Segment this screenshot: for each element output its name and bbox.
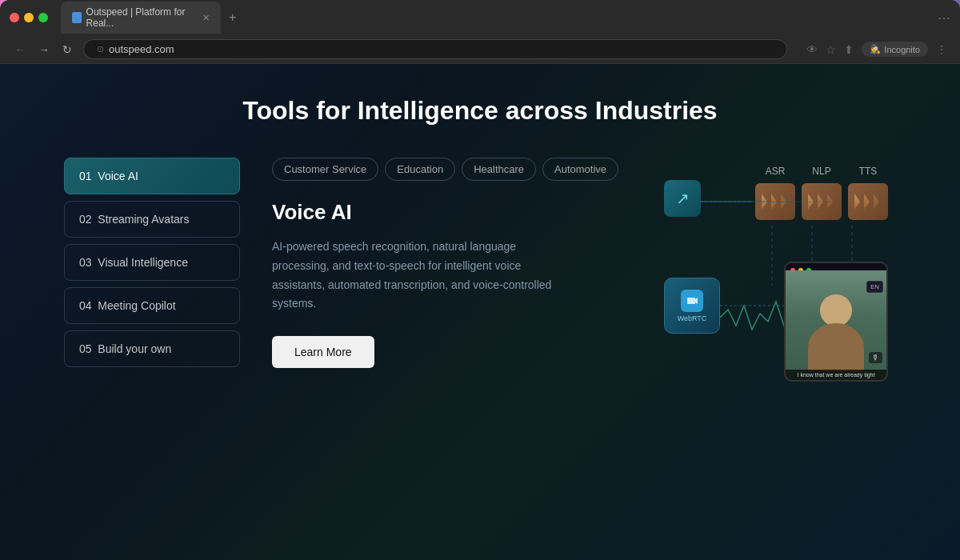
tab-close-icon[interactable]: ✕: [202, 13, 210, 23]
main-layout: 01 Voice AI 02 Streaming Avatars 03 Visu…: [64, 158, 896, 382]
webrtc-icon: [681, 290, 703, 312]
video-preview: 🎙 EN I know that we are already tight: [784, 262, 888, 382]
close-button[interactable]: [10, 13, 19, 22]
arrow-icon: ↗: [676, 189, 690, 208]
asr-box: [755, 183, 795, 220]
tab-bar: Outspeed | Platform for Real... ✕ +: [61, 2, 931, 34]
tts-label: TTS: [848, 166, 888, 177]
sidebar-item-meeting-copilot[interactable]: 04 Meeting Copilot: [64, 287, 240, 324]
content-description: AI-powered speech recognition, natural l…: [272, 238, 560, 314]
sidebar-item-label: 03 Visual Intelligence: [79, 256, 188, 269]
browser-window: Outspeed | Platform for Real... ✕ + ⋯ ← …: [0, 0, 960, 64]
nlp-label: NLP: [802, 166, 842, 177]
window-controls[interactable]: ⋯: [938, 10, 950, 26]
tts-box: [848, 183, 888, 220]
sidebar-item-label: 01 Voice AI: [79, 170, 138, 182]
browser-actions: 👁 ☆ ⬆ 🕵 Incognito ⋮: [806, 42, 947, 57]
eye-slash-icon[interactable]: 👁: [806, 43, 818, 56]
sidebar-item-build-your-own[interactable]: 05 Build your own: [64, 330, 240, 367]
arrow-box: ↗: [664, 180, 701, 217]
maximize-button[interactable]: [38, 13, 48, 22]
center-content: Customer Service Education Healthcare Au…: [272, 158, 624, 368]
nlp-box: [802, 183, 842, 220]
forward-button[interactable]: →: [37, 43, 51, 56]
incognito-label: Incognito: [884, 45, 920, 54]
page-content: Tools for Intelligence across Industries…: [0, 64, 960, 560]
tag-healthcare[interactable]: Healthcare: [462, 158, 536, 181]
back-button[interactable]: ←: [13, 43, 27, 56]
tab-title: Outspeed | Platform for Real...: [86, 6, 193, 29]
sidebar-item-streaming-avatars[interactable]: 02 Streaming Avatars: [64, 201, 240, 238]
tech-labels: ASR NLP TTS: [723, 166, 888, 177]
person-body: [808, 323, 864, 371]
learn-more-button[interactable]: Learn More: [272, 336, 374, 368]
address-bar: ← → ↻ ⊙ outspeed.com 👁 ☆ ⬆ 🕵 Incognito ⋮: [0, 35, 960, 64]
tag-customer-service[interactable]: Customer Service: [272, 158, 378, 181]
upload-icon[interactable]: ⬆: [844, 43, 854, 56]
nlp-chevrons: [808, 194, 835, 210]
person-head: [820, 294, 852, 326]
sidebar: 01 Voice AI 02 Streaming Avatars 03 Visu…: [64, 158, 240, 367]
url-field[interactable]: ⊙ outspeed.com: [83, 39, 787, 59]
content-title: Voice AI: [272, 200, 624, 225]
webrtc-label: WebRTC: [678, 314, 707, 322]
title-bar: Outspeed | Platform for Real... ✕ + ⋯: [0, 0, 960, 35]
incognito-icon: 🕵: [870, 44, 881, 54]
star-icon[interactable]: ☆: [826, 43, 836, 56]
asr-label: ASR: [755, 166, 795, 177]
webrtc-box: WebRTC: [664, 278, 720, 334]
tech-boxes: [755, 183, 888, 220]
tts-chevrons: [854, 194, 882, 210]
visualization-area: ↗ ASR NLP TTS: [656, 158, 896, 382]
url-icon: ⊙: [97, 44, 104, 54]
video-language-badge: EN: [866, 281, 883, 293]
sidebar-item-label: 05 Build your own: [79, 342, 171, 355]
sidebar-item-visual-intelligence[interactable]: 03 Visual Intelligence: [64, 244, 240, 281]
video-caption: I know that we are already tight: [786, 370, 886, 380]
url-text: outspeed.com: [109, 43, 174, 55]
tab-favicon: [72, 12, 82, 23]
sidebar-item-voice-ai[interactable]: 01 Voice AI: [64, 158, 240, 194]
minimize-button[interactable]: [24, 13, 34, 22]
svg-marker-9: [695, 298, 698, 304]
refresh-button[interactable]: ↻: [61, 43, 74, 56]
active-tab[interactable]: Outspeed | Platform for Real... ✕: [61, 2, 221, 34]
svg-rect-8: [687, 298, 695, 304]
traffic-lights: [10, 13, 48, 22]
incognito-badge: 🕵 Incognito: [862, 42, 928, 57]
sidebar-item-label: 04 Meeting Copilot: [79, 299, 176, 312]
page-title: Tools for Intelligence across Industries: [64, 96, 896, 126]
asr-chevrons: [762, 194, 789, 210]
tag-automotive[interactable]: Automotive: [542, 158, 618, 181]
menu-icon[interactable]: ⋮: [936, 43, 947, 56]
mic-indicator: 🎙: [869, 352, 882, 363]
sidebar-item-label: 02 Streaming Avatars: [79, 213, 189, 226]
new-tab-button[interactable]: +: [224, 10, 241, 25]
tag-education[interactable]: Education: [385, 158, 455, 181]
tags-row: Customer Service Education Healthcare Au…: [272, 158, 624, 181]
